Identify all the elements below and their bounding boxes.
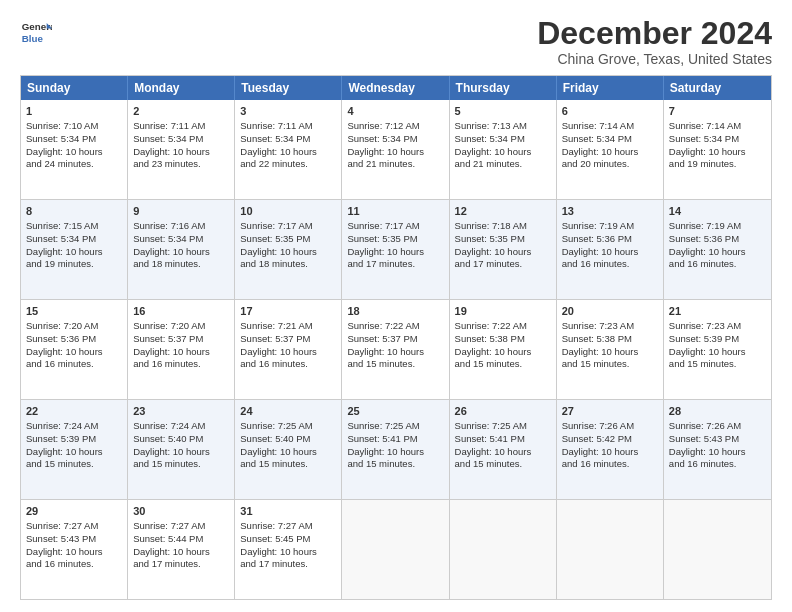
- day-info-line: Daylight: 10 hours: [455, 446, 551, 459]
- day-info-line: Sunrise: 7:10 AM: [26, 120, 122, 133]
- calendar-week-1: 1Sunrise: 7:10 AMSunset: 5:34 PMDaylight…: [21, 100, 771, 200]
- day-info-line: and 24 minutes.: [26, 158, 122, 171]
- day-info-line: Sunset: 5:42 PM: [562, 433, 658, 446]
- day-info-line: and 16 minutes.: [562, 258, 658, 271]
- calendar-week-4: 22Sunrise: 7:24 AMSunset: 5:39 PMDayligh…: [21, 400, 771, 500]
- day-info-line: Sunset: 5:37 PM: [347, 333, 443, 346]
- day-info-line: Sunset: 5:35 PM: [240, 233, 336, 246]
- day-number: 8: [26, 204, 122, 219]
- day-info-line: Sunrise: 7:17 AM: [347, 220, 443, 233]
- day-number: 30: [133, 504, 229, 519]
- calendar-cell: 21Sunrise: 7:23 AMSunset: 5:39 PMDayligh…: [664, 300, 771, 399]
- day-info-line: and 15 minutes.: [347, 358, 443, 371]
- subtitle: China Grove, Texas, United States: [537, 51, 772, 67]
- day-info-line: Daylight: 10 hours: [455, 346, 551, 359]
- calendar-cell: [557, 500, 664, 599]
- day-info-line: and 15 minutes.: [455, 458, 551, 471]
- day-info-line: Daylight: 10 hours: [669, 246, 766, 259]
- day-number: 13: [562, 204, 658, 219]
- calendar-cell: 6Sunrise: 7:14 AMSunset: 5:34 PMDaylight…: [557, 100, 664, 199]
- day-info-line: and 21 minutes.: [347, 158, 443, 171]
- calendar-cell: 8Sunrise: 7:15 AMSunset: 5:34 PMDaylight…: [21, 200, 128, 299]
- day-info-line: Daylight: 10 hours: [669, 446, 766, 459]
- calendar-cell: 19Sunrise: 7:22 AMSunset: 5:38 PMDayligh…: [450, 300, 557, 399]
- day-info-line: Daylight: 10 hours: [133, 346, 229, 359]
- day-info-line: Sunset: 5:36 PM: [562, 233, 658, 246]
- day-number: 22: [26, 404, 122, 419]
- day-info-line: Sunrise: 7:22 AM: [455, 320, 551, 333]
- calendar-cell: 23Sunrise: 7:24 AMSunset: 5:40 PMDayligh…: [128, 400, 235, 499]
- day-info-line: and 15 minutes.: [26, 458, 122, 471]
- calendar-cell: 1Sunrise: 7:10 AMSunset: 5:34 PMDaylight…: [21, 100, 128, 199]
- day-info-line: Daylight: 10 hours: [562, 446, 658, 459]
- day-number: 31: [240, 504, 336, 519]
- day-info-line: Sunset: 5:34 PM: [669, 133, 766, 146]
- day-info-line: Sunrise: 7:24 AM: [133, 420, 229, 433]
- day-info-line: and 16 minutes.: [133, 358, 229, 371]
- day-info-line: Sunset: 5:40 PM: [240, 433, 336, 446]
- day-info-line: Sunset: 5:34 PM: [347, 133, 443, 146]
- day-info-line: Sunrise: 7:25 AM: [455, 420, 551, 433]
- day-info-line: Sunrise: 7:22 AM: [347, 320, 443, 333]
- day-number: 7: [669, 104, 766, 119]
- day-info-line: Daylight: 10 hours: [26, 146, 122, 159]
- day-info-line: and 16 minutes.: [240, 358, 336, 371]
- day-number: 6: [562, 104, 658, 119]
- day-info-line: and 17 minutes.: [347, 258, 443, 271]
- day-info-line: Daylight: 10 hours: [562, 146, 658, 159]
- calendar-week-3: 15Sunrise: 7:20 AMSunset: 5:36 PMDayligh…: [21, 300, 771, 400]
- day-info-line: Daylight: 10 hours: [347, 246, 443, 259]
- day-info-line: and 15 minutes.: [133, 458, 229, 471]
- day-number: 17: [240, 304, 336, 319]
- header-day-wednesday: Wednesday: [342, 76, 449, 100]
- header-day-thursday: Thursday: [450, 76, 557, 100]
- day-info-line: Sunset: 5:39 PM: [669, 333, 766, 346]
- day-info-line: Daylight: 10 hours: [347, 346, 443, 359]
- main-title: December 2024: [537, 16, 772, 51]
- header-day-tuesday: Tuesday: [235, 76, 342, 100]
- calendar-cell: 17Sunrise: 7:21 AMSunset: 5:37 PMDayligh…: [235, 300, 342, 399]
- day-info-line: and 17 minutes.: [240, 558, 336, 571]
- day-info-line: Sunset: 5:37 PM: [133, 333, 229, 346]
- day-info-line: Daylight: 10 hours: [240, 146, 336, 159]
- day-info-line: Sunrise: 7:16 AM: [133, 220, 229, 233]
- calendar-cell: 18Sunrise: 7:22 AMSunset: 5:37 PMDayligh…: [342, 300, 449, 399]
- day-info-line: and 16 minutes.: [26, 358, 122, 371]
- calendar-cell: 3Sunrise: 7:11 AMSunset: 5:34 PMDaylight…: [235, 100, 342, 199]
- day-info-line: Daylight: 10 hours: [240, 546, 336, 559]
- day-info-line: Sunrise: 7:19 AM: [669, 220, 766, 233]
- day-info-line: Sunrise: 7:20 AM: [26, 320, 122, 333]
- day-info-line: Daylight: 10 hours: [240, 446, 336, 459]
- calendar-cell: 28Sunrise: 7:26 AMSunset: 5:43 PMDayligh…: [664, 400, 771, 499]
- day-info-line: and 17 minutes.: [133, 558, 229, 571]
- day-info-line: Sunset: 5:39 PM: [26, 433, 122, 446]
- day-info-line: Daylight: 10 hours: [669, 146, 766, 159]
- day-info-line: Daylight: 10 hours: [347, 146, 443, 159]
- calendar-cell: 9Sunrise: 7:16 AMSunset: 5:34 PMDaylight…: [128, 200, 235, 299]
- day-number: 4: [347, 104, 443, 119]
- calendar-cell: 12Sunrise: 7:18 AMSunset: 5:35 PMDayligh…: [450, 200, 557, 299]
- day-info-line: and 17 minutes.: [455, 258, 551, 271]
- day-info-line: Sunrise: 7:11 AM: [133, 120, 229, 133]
- day-info-line: Daylight: 10 hours: [240, 346, 336, 359]
- day-number: 19: [455, 304, 551, 319]
- calendar-cell: [664, 500, 771, 599]
- day-info-line: Sunset: 5:34 PM: [455, 133, 551, 146]
- day-number: 20: [562, 304, 658, 319]
- day-info-line: Sunset: 5:34 PM: [133, 133, 229, 146]
- day-info-line: and 18 minutes.: [240, 258, 336, 271]
- day-info-line: and 15 minutes.: [240, 458, 336, 471]
- day-info-line: and 23 minutes.: [133, 158, 229, 171]
- day-info-line: Daylight: 10 hours: [562, 246, 658, 259]
- day-number: 15: [26, 304, 122, 319]
- calendar-cell: 2Sunrise: 7:11 AMSunset: 5:34 PMDaylight…: [128, 100, 235, 199]
- day-info-line: Sunrise: 7:17 AM: [240, 220, 336, 233]
- calendar-cell: 30Sunrise: 7:27 AMSunset: 5:44 PMDayligh…: [128, 500, 235, 599]
- day-info-line: Sunrise: 7:18 AM: [455, 220, 551, 233]
- day-number: 14: [669, 204, 766, 219]
- header-day-saturday: Saturday: [664, 76, 771, 100]
- day-info-line: Daylight: 10 hours: [669, 346, 766, 359]
- day-info-line: Sunrise: 7:15 AM: [26, 220, 122, 233]
- calendar-cell: 15Sunrise: 7:20 AMSunset: 5:36 PMDayligh…: [21, 300, 128, 399]
- calendar-cell: 10Sunrise: 7:17 AMSunset: 5:35 PMDayligh…: [235, 200, 342, 299]
